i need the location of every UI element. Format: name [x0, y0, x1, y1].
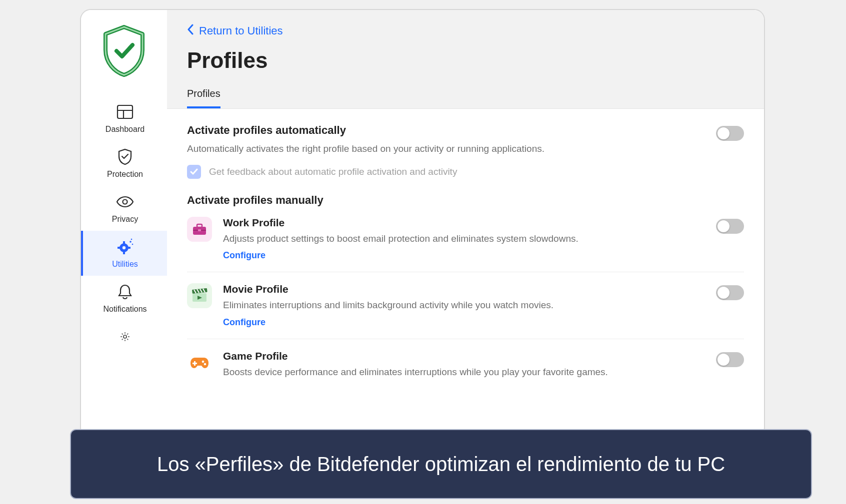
- sidebar-item-notifications[interactable]: Notifications: [81, 276, 167, 321]
- sidebar-item-label: Dashboard: [106, 125, 144, 134]
- profile-desc: Eliminates interruptions and limits back…: [223, 298, 705, 312]
- profile-row-movie: Movie Profile Eliminates interruptions a…: [187, 272, 744, 339]
- gamepad-icon: [187, 350, 212, 375]
- sidebar-item-protection[interactable]: Protection: [81, 141, 167, 186]
- app-window: Dashboard Protection Privacy: [80, 9, 765, 439]
- gear-icon: [116, 328, 134, 346]
- gear-sparkle-icon: [116, 238, 134, 256]
- setting-title: Activate profiles automatically: [187, 124, 705, 137]
- caption-bar: Los «Perfiles» de Bitdefender optimizan …: [70, 429, 812, 499]
- sidebar-item-privacy[interactable]: Privacy: [81, 186, 167, 231]
- svg-point-23: [204, 363, 206, 365]
- checkbox-feedback-label: Get feedback about automatic profile act…: [209, 166, 457, 177]
- svg-rect-17: [198, 229, 201, 231]
- sidebar-item-label: Utilities: [112, 260, 138, 269]
- sidebar-item-label: Notifications: [103, 305, 146, 314]
- toggle-game-profile[interactable]: [716, 352, 744, 367]
- setting-auto-activate: Activate profiles automatically Automati…: [187, 124, 744, 160]
- svg-rect-0: [118, 105, 132, 118]
- svg-rect-21: [192, 363, 197, 364]
- content: Activate profiles automatically Automati…: [167, 109, 764, 438]
- manual-section-title: Activate profiles manually: [187, 194, 744, 207]
- svg-point-22: [202, 360, 204, 363]
- dashboard-icon: [116, 103, 134, 121]
- toggle-work-profile[interactable]: [716, 219, 744, 234]
- sidebar-item-label: Privacy: [112, 215, 138, 224]
- sidebar: Dashboard Protection Privacy: [81, 10, 167, 438]
- svg-rect-6: [123, 241, 125, 244]
- chevron-left-icon: [187, 24, 194, 38]
- configure-link-movie[interactable]: Configure: [223, 317, 705, 328]
- svg-point-5: [122, 246, 126, 249]
- profile-title: Game Profile: [223, 350, 705, 362]
- profile-title: Work Profile: [223, 217, 705, 229]
- svg-rect-9: [128, 247, 130, 249]
- profile-desc: Adjusts product settings to boost email …: [223, 232, 705, 246]
- caption-text: Los «Perfiles» de Bitdefender optimizan …: [157, 452, 725, 477]
- profile-title: Movie Profile: [223, 283, 705, 295]
- tabstrip: Profiles: [187, 88, 744, 108]
- svg-rect-7: [123, 252, 125, 254]
- profile-row-work: Work Profile Adjusts product settings to…: [187, 217, 744, 272]
- sidebar-item-dashboard[interactable]: Dashboard: [81, 96, 167, 141]
- toggle-movie-profile[interactable]: [716, 285, 744, 300]
- setting-desc: Automatically activates the right profil…: [187, 142, 705, 156]
- sidebar-item-label: Protection: [107, 170, 143, 179]
- back-link-label: Return to Utilities: [199, 24, 283, 37]
- tab-profiles[interactable]: Profiles: [187, 88, 220, 108]
- bell-icon: [116, 283, 134, 301]
- svg-point-3: [123, 200, 128, 204]
- toggle-auto-activate[interactable]: [716, 126, 744, 141]
- back-link[interactable]: Return to Utilities: [187, 24, 283, 38]
- svg-point-10: [130, 241, 132, 243]
- sidebar-item-settings[interactable]: [81, 321, 167, 346]
- clapperboard-icon: [187, 283, 212, 308]
- main-area: Return to Utilities Profiles Profiles Ac…: [167, 10, 764, 438]
- svg-rect-8: [118, 247, 120, 249]
- checkbox-feedback[interactable]: [187, 165, 201, 179]
- svg-point-13: [124, 335, 126, 338]
- header-region: Return to Utilities Profiles Profiles: [167, 10, 764, 109]
- svg-point-12: [131, 239, 132, 240]
- eye-icon: [116, 193, 134, 211]
- shield-icon: [116, 148, 134, 166]
- checkbox-feedback-row: Get feedback about automatic profile act…: [187, 165, 744, 179]
- sidebar-item-utilities[interactable]: Utilities: [81, 231, 167, 276]
- configure-link-work[interactable]: Configure: [223, 250, 705, 261]
- briefcase-icon: [187, 217, 212, 242]
- svg-rect-15: [197, 224, 202, 227]
- profile-row-game: Game Profile Boosts device performance a…: [187, 339, 744, 390]
- svg-point-11: [132, 244, 134, 245]
- app-logo: [102, 25, 146, 79]
- page-title: Profiles: [187, 48, 744, 73]
- profile-desc: Boosts device performance and eliminates…: [223, 365, 705, 379]
